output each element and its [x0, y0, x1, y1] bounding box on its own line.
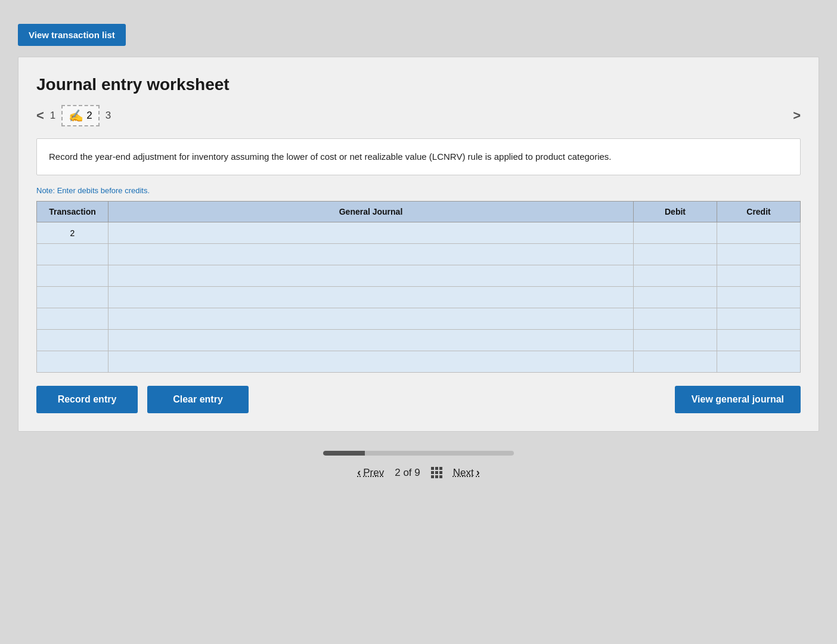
credit-input[interactable] [717, 287, 800, 308]
step-3-label[interactable]: 3 [106, 110, 111, 122]
general-journal-cell[interactable] [108, 222, 634, 244]
credit-input[interactable] [717, 244, 800, 265]
next-button[interactable]: Next › [453, 466, 480, 479]
col-debit: Debit [634, 202, 717, 222]
general-journal-input[interactable] [108, 330, 633, 351]
step-prev-arrow[interactable]: < [36, 108, 44, 123]
transaction-cell [37, 308, 108, 330]
table-row [37, 351, 801, 373]
table-row: 2 [37, 222, 801, 244]
next-chevron-icon: › [476, 466, 480, 479]
worksheet-title: Journal entry worksheet [36, 75, 801, 94]
general-journal-cell[interactable] [108, 308, 634, 330]
table-row [37, 287, 801, 308]
transaction-cell [37, 330, 108, 351]
debit-cell[interactable] [634, 308, 717, 330]
step-1-label[interactable]: 1 [50, 110, 55, 122]
transaction-cell [37, 287, 108, 308]
bottom-bar: ‹ Prev 2 of 9 Next › [18, 451, 819, 479]
col-transaction: Transaction [37, 202, 108, 222]
credit-cell[interactable] [717, 287, 801, 308]
view-transaction-button[interactable]: View transaction list [18, 24, 126, 46]
instruction-text: Record the year-end adjustment for inven… [49, 151, 612, 162]
instruction-box: Record the year-end adjustment for inven… [36, 138, 801, 175]
transaction-cell: 2 [37, 222, 108, 244]
total-pages: 9 [414, 467, 420, 478]
transaction-cell [37, 244, 108, 265]
general-journal-input[interactable] [108, 287, 633, 308]
credit-input[interactable] [717, 222, 800, 243]
debit-cell[interactable] [634, 222, 717, 244]
general-journal-cell[interactable] [108, 244, 634, 265]
prev-label: Prev [363, 467, 384, 479]
general-journal-cell[interactable] [108, 330, 634, 351]
debit-cell[interactable] [634, 244, 717, 265]
debit-input[interactable] [634, 244, 717, 265]
journal-table: Transaction General Journal Debit Credit… [36, 201, 801, 373]
table-row [37, 244, 801, 265]
step-2-active[interactable]: ✍ 2 [61, 105, 99, 126]
credit-cell[interactable] [717, 265, 801, 287]
general-journal-input[interactable] [108, 308, 633, 329]
general-journal-cell[interactable] [108, 351, 634, 373]
credit-input[interactable] [717, 351, 800, 372]
clear-entry-button[interactable]: Clear entry [147, 386, 249, 413]
step-navigation: < 1 ✍ 2 3 > [36, 105, 801, 126]
note-text: Note: Enter debits before credits. [36, 186, 801, 195]
credit-input[interactable] [717, 308, 800, 329]
debit-input[interactable] [634, 308, 717, 329]
debit-input[interactable] [634, 351, 717, 372]
general-journal-input[interactable] [108, 265, 633, 286]
hand-icon: ✍ [69, 109, 83, 123]
table-row [37, 330, 801, 351]
debit-cell[interactable] [634, 265, 717, 287]
of-label: of [403, 467, 414, 478]
credit-cell[interactable] [717, 222, 801, 244]
debit-input[interactable] [634, 330, 717, 351]
transaction-cell [37, 351, 108, 373]
credit-input[interactable] [717, 265, 800, 286]
prev-chevron-icon: ‹ [357, 466, 361, 479]
step-2-label: 2 [86, 110, 92, 122]
page-info: 2 of 9 [395, 467, 420, 479]
col-credit: Credit [717, 202, 801, 222]
transaction-cell [37, 265, 108, 287]
debit-cell[interactable] [634, 330, 717, 351]
debit-cell[interactable] [634, 287, 717, 308]
debit-input[interactable] [634, 222, 717, 243]
progress-bar [323, 451, 514, 456]
general-journal-input[interactable] [108, 244, 633, 265]
grid-icon[interactable] [431, 467, 442, 478]
table-row [37, 308, 801, 330]
general-journal-input[interactable] [108, 222, 633, 243]
debit-input[interactable] [634, 265, 717, 286]
pagination-row: ‹ Prev 2 of 9 Next › [357, 466, 480, 479]
credit-cell[interactable] [717, 351, 801, 373]
record-entry-button[interactable]: Record entry [36, 386, 138, 413]
credit-cell[interactable] [717, 244, 801, 265]
view-general-journal-button[interactable]: View general journal [675, 386, 801, 413]
col-general-journal: General Journal [108, 202, 634, 222]
general-journal-input[interactable] [108, 351, 633, 372]
action-buttons: Record entry Clear entry View general jo… [36, 386, 801, 413]
next-label: Next [453, 467, 474, 479]
general-journal-cell[interactable] [108, 265, 634, 287]
credit-cell[interactable] [717, 330, 801, 351]
credit-input[interactable] [717, 330, 800, 351]
progress-fill [323, 451, 365, 456]
credit-cell[interactable] [717, 308, 801, 330]
debit-input[interactable] [634, 287, 717, 308]
step-next-arrow[interactable]: > [793, 108, 801, 123]
current-page: 2 [395, 467, 400, 478]
debit-cell[interactable] [634, 351, 717, 373]
prev-button[interactable]: ‹ Prev [357, 466, 384, 479]
table-row [37, 265, 801, 287]
general-journal-cell[interactable] [108, 287, 634, 308]
main-card: Journal entry worksheet < 1 ✍ 2 3 > Reco… [18, 57, 819, 432]
